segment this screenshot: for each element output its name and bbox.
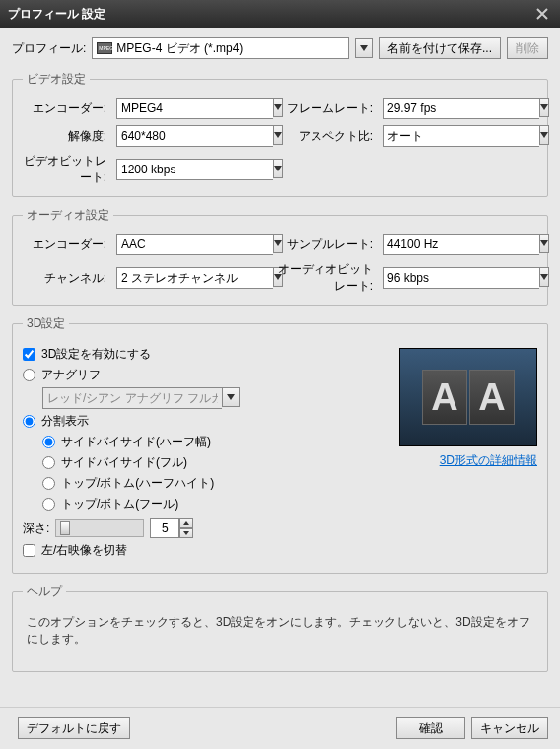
encoder-label: エンコーダー: <box>23 101 106 117</box>
video-legend: ビデオ設定 <box>23 71 90 88</box>
depth-slider[interactable] <box>55 519 144 537</box>
close-button[interactable] <box>532 4 552 24</box>
chevron-down-icon[interactable] <box>539 98 549 117</box>
split-radio[interactable] <box>23 415 35 428</box>
aspect-select[interactable] <box>383 125 530 147</box>
depth-label: 深さ: <box>23 520 49 537</box>
tb-full-label: トップ/ボトム(フール) <box>61 496 178 512</box>
audio-encoder-select[interactable] <box>116 234 264 255</box>
framerate-select[interactable] <box>383 98 530 119</box>
anaglyph-radio[interactable] <box>23 369 35 381</box>
mpeg-icon <box>97 42 112 54</box>
3d-legend: 3D設定 <box>23 315 69 332</box>
chevron-down-icon[interactable] <box>222 387 240 407</box>
slider-thumb[interactable] <box>60 521 70 535</box>
anaglyph-label: アナグリフ <box>41 367 101 383</box>
profile-select[interactable]: MPEG-4 ビデオ (*.mp4) <box>92 37 349 59</box>
spin-down[interactable] <box>179 528 193 538</box>
profile-label: プロフィール: <box>12 40 86 57</box>
sbs-full-label: サイドバイサイド(フル) <box>61 454 187 471</box>
audio-encoder-label: エンコーダー: <box>23 237 106 253</box>
resolution-label: 解像度: <box>23 128 106 145</box>
spin-up[interactable] <box>179 518 193 528</box>
chevron-down-icon[interactable] <box>539 125 549 145</box>
enable-3d-checkbox[interactable] <box>23 348 35 361</box>
help-text: このオプションをチェックすると、3D設定をオンにします。チェックしないと、3D設… <box>23 610 537 651</box>
preview-a-right: A <box>469 370 515 425</box>
save-as-button[interactable]: 名前を付けて保存... <box>379 37 501 59</box>
chevron-down-icon[interactable] <box>539 267 549 287</box>
video-bitrate-label: ビデオビットレート: <box>23 153 106 186</box>
video-bitrate-select[interactable] <box>116 159 264 180</box>
sbs-half-label: サイドバイサイド(ハーフ幅) <box>61 434 211 450</box>
profile-dropdown-arrow[interactable] <box>355 38 373 58</box>
audio-legend: オーディオ設定 <box>23 207 113 224</box>
chevron-down-icon[interactable] <box>273 159 283 178</box>
video-settings-group: ビデオ設定 エンコーダー: フレームレート: 解像度: アスペクト比: ビデオビ… <box>12 71 548 197</box>
window-title: プロフィール 設定 <box>8 6 105 23</box>
split-label: 分割表示 <box>41 413 89 430</box>
depth-spinner[interactable] <box>150 518 193 538</box>
restore-defaults-button[interactable]: デフォルトに戻す <box>18 717 130 739</box>
tb-half-radio[interactable] <box>42 477 55 490</box>
tb-full-radio[interactable] <box>42 498 55 511</box>
chevron-down-icon[interactable] <box>539 234 549 253</box>
channel-label: チャンネル: <box>23 270 106 287</box>
preview-a-left: A <box>422 370 467 425</box>
help-legend: ヘルプ <box>23 583 66 600</box>
audio-settings-group: オーディオ設定 エンコーダー: サンプルレート: チャンネル: オーディオビット… <box>12 207 548 306</box>
enable-3d-label: 3D設定を有効にする <box>41 346 151 363</box>
samplerate-label: サンプルレート: <box>274 237 373 253</box>
framerate-label: フレームレート: <box>274 101 373 117</box>
delete-button[interactable]: 削除 <box>507 37 548 59</box>
profile-value: MPEG-4 ビデオ (*.mp4) <box>116 40 344 57</box>
3d-settings-group: 3D設定 3D設定を有効にする アナグリフ 分割表示 サイドバイサイド(ハーフ幅… <box>12 315 548 574</box>
cancel-button[interactable]: キャンセル <box>471 717 548 739</box>
swap-lr-label: 左/右映像を切替 <box>41 542 127 559</box>
sbs-half-radio[interactable] <box>42 436 55 448</box>
anaglyph-mode-select[interactable] <box>42 387 240 409</box>
video-encoder-select[interactable] <box>116 98 264 119</box>
help-group: ヘルプ このオプションをチェックすると、3D設定をオンにします。チェックしないと… <box>12 583 548 672</box>
channel-select[interactable] <box>116 267 264 289</box>
tb-half-label: トップ/ボトム(ハーフハイト) <box>61 475 214 492</box>
samplerate-select[interactable] <box>383 234 530 255</box>
audio-bitrate-label: オーディオビットレート: <box>274 261 373 295</box>
3d-preview: AA <box>399 348 537 446</box>
3d-info-link[interactable]: 3D形式の詳細情報 <box>440 453 537 467</box>
resolution-select[interactable] <box>116 125 264 147</box>
sbs-full-radio[interactable] <box>42 456 55 469</box>
close-icon <box>535 7 549 21</box>
swap-lr-checkbox[interactable] <box>23 544 35 557</box>
aspect-label: アスペクト比: <box>274 128 373 145</box>
ok-button[interactable]: 確認 <box>396 717 465 739</box>
audio-bitrate-select[interactable] <box>383 267 530 289</box>
